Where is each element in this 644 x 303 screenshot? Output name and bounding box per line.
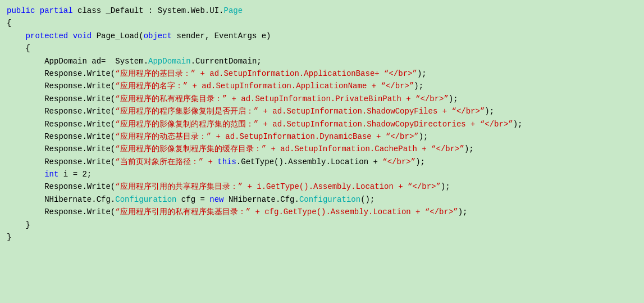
code-line: }	[7, 219, 637, 231]
code-token: Response.Write(	[7, 157, 115, 166]
code-token: int	[44, 170, 58, 179]
code-line: protected void Page_Load(object sender, …	[7, 30, 637, 42]
code-line: Response.Write(“应用程序的动态基目录：” + ad.SetupI…	[7, 130, 637, 143]
code-token: );	[441, 182, 450, 191]
code-line: AppDomain ad= System.AppDomain.CurrentDo…	[7, 55, 637, 67]
code-editor: public partial class _Default : System.W…	[0, 0, 644, 303]
code-line: Response.Write(“应用程序的影像复制的程序集的范围：” + ad.…	[7, 118, 637, 130]
code-token: sender, EventArgs e)	[172, 31, 271, 40]
code-line: Response.Write(“应用程序的影像复制程序集的缓存目录：” + ad…	[7, 143, 637, 155]
code-token: “应用程序引用的私有程序集基目录：” + cfg.GetType().Assem…	[115, 207, 458, 216]
code-line: {	[7, 42, 637, 55]
code-token: “应用程序的影像复制程序集的缓存目录：” + ad.SetupInformati…	[115, 144, 464, 153]
code-token: Response.Write(	[7, 82, 115, 91]
code-token: );	[485, 107, 494, 116]
code-token: {	[7, 19, 11, 28]
code-token: “应用程序的名字：” + ad.SetupInformation.Applica…	[115, 82, 414, 91]
code-token: “应用程序的程序集影像复制是否开启：” + ad.SetupInformatio…	[115, 107, 485, 116]
code-content: public partial class _Default : System.W…	[7, 4, 637, 243]
code-token: );	[415, 157, 425, 166]
code-token: .CurrentDomain;	[191, 57, 262, 66]
code-token: Response.Write(	[7, 182, 115, 191]
code-token: Response.Write(	[7, 132, 115, 141]
code-token: Page	[223, 6, 243, 15]
code-token: class _Default : System.Web.UI.	[77, 6, 223, 15]
code-token: “应用程序的动态基目录：” + ad.SetupInformation.Dyna…	[115, 132, 418, 141]
code-token: void	[73, 31, 92, 40]
code-line: Response.Write(“应用程序引用的私有程序集基目录：” + cfg.…	[7, 206, 637, 218]
code-token: );	[449, 94, 458, 103]
code-token: this	[217, 157, 236, 166]
code-token: NHibernate.Cfg.	[223, 195, 299, 204]
code-token: Response.Write(	[7, 207, 115, 216]
code-line: Response.Write(“当前页对象所在路径：” + this.GetTy…	[7, 156, 637, 168]
code-token: “应用程序的基目录：” + ad.SetupInformation.Applic…	[115, 69, 417, 78]
code-token: “</br>”	[382, 157, 415, 166]
code-token: );	[464, 144, 474, 153]
code-token: i = 2;	[58, 170, 92, 179]
code-line: Response.Write(“应用程序的基目录：” + ad.SetupInf…	[7, 67, 637, 80]
code-token: Configuration	[115, 195, 176, 204]
code-token: Response.Write(	[7, 120, 115, 129]
code-token: protected	[7, 31, 73, 40]
code-token: .GetType().Assembly.Location +	[236, 157, 382, 166]
code-token: “应用程序的影像复制的程序集的范围：” + ad.SetupInformatio…	[115, 120, 513, 129]
code-token: new	[209, 195, 223, 204]
code-token: );	[513, 120, 523, 129]
code-token: Configuration	[299, 195, 360, 204]
code-token: );	[417, 69, 427, 78]
code-token: public	[7, 6, 40, 15]
code-line: {	[7, 17, 637, 29]
code-token: partial	[40, 6, 77, 15]
code-token: AppDomain	[148, 57, 191, 66]
code-token: NHibernate.Cfg.	[7, 195, 115, 204]
code-token: “当前页对象所在路径：” +	[115, 157, 217, 166]
code-token: Response.Write(	[7, 69, 115, 78]
code-token	[7, 170, 44, 179]
code-token: AppDomain ad= System.	[7, 57, 148, 66]
code-line: Response.Write(“应用程序的名字：” + ad.SetupInfo…	[7, 80, 637, 92]
code-token: }	[7, 220, 30, 229]
code-token: );	[414, 82, 423, 91]
code-line: int i = 2;	[7, 168, 637, 180]
code-line: NHibernate.Cfg.Configuration cfg = new N…	[7, 193, 637, 206]
code-token: Page_Load(	[92, 31, 143, 40]
code-token: “应用程序的私有程序集目录：” + ad.SetupInformation.Pr…	[115, 94, 449, 103]
code-token: object	[144, 31, 172, 40]
code-line: Response.Write(“应用程序的私有程序集目录：” + ad.Setu…	[7, 93, 637, 105]
code-token: );	[458, 207, 468, 216]
code-token: {	[7, 44, 30, 53]
code-token: Response.Write(	[7, 107, 115, 116]
code-token: Response.Write(	[7, 144, 115, 153]
code-token: cfg =	[176, 195, 209, 204]
code-line: Response.Write(“应用程序引用的共享程序集目录：” + i.Get…	[7, 180, 637, 193]
code-token: );	[419, 132, 428, 141]
code-token: ();	[360, 195, 374, 204]
code-token: “应用程序引用的共享程序集目录：” + i.GetType().Assembly…	[115, 182, 441, 191]
code-token: }	[7, 233, 11, 242]
code-line: Response.Write(“应用程序的程序集影像复制是否开启：” + ad.…	[7, 105, 637, 117]
code-line: }	[7, 231, 637, 243]
code-line: public partial class _Default : System.W…	[7, 4, 637, 17]
code-token: Response.Write(	[7, 94, 115, 103]
